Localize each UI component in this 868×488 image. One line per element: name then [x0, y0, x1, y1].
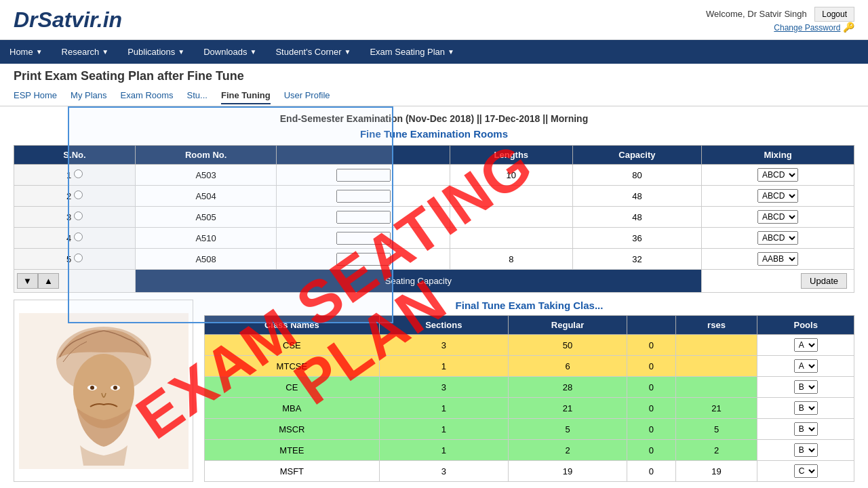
class-pool: B ABCD [757, 419, 854, 440]
mixing-select[interactable]: ABCD ABCD AABB ABAB [757, 189, 798, 203]
room-radio[interactable] [74, 253, 83, 262]
room-mixing: ABCD ABCD AABB ABAB [702, 186, 854, 207]
mixing-select[interactable]: ABCD ABCD AABB ABAB [757, 210, 798, 224]
fine-tune-title: Fine Tune Examination Rooms [14, 128, 854, 140]
logout-button[interactable]: Logout [814, 7, 854, 22]
room-col3-input[interactable] [336, 169, 391, 182]
class-pool: B ABCD [757, 440, 854, 461]
update-button[interactable]: Update [801, 273, 847, 289]
move-down-button[interactable]: ▼ [17, 273, 38, 289]
move-up-button[interactable]: ▲ [38, 273, 59, 289]
sub-nav-fine-tuning[interactable]: Fine Tuning [221, 87, 271, 104]
rooms-table-footer: ▼ ▲ Seating Capacity Update [14, 270, 854, 293]
class-pool: B ABCD [757, 377, 854, 398]
sub-nav-exam-rooms[interactable]: Exam Rooms [121, 87, 174, 104]
pool-select[interactable]: B ABCD [794, 380, 818, 394]
nav-item-exam-seating-plan[interactable]: Exam Seating Plan ▼ [360, 40, 463, 64]
sub-nav-stu[interactable]: Stu... [187, 87, 208, 104]
room-number: A510 [135, 228, 276, 249]
class-table-row: CSE 3 50 0 A ABCD [205, 335, 854, 356]
class-pool: A ABCD [757, 356, 854, 377]
nav-arrow-esp: ▼ [448, 48, 454, 56]
pool-select[interactable]: B ABCD [794, 422, 818, 436]
room-number: A508 [135, 249, 276, 270]
nav-item-students-corner[interactable]: Student's Corner ▼ [266, 40, 360, 64]
class-sections: 1 [379, 398, 508, 419]
class-col4: 0 [627, 377, 675, 398]
header-right: Welcome, Dr Satvir Singh Logout Change P… [706, 7, 854, 33]
class-col4: 0 [627, 419, 675, 440]
class-name: CSE [205, 335, 380, 356]
classes-section: Final Tune Exam Taking Clas... Class Nam… [204, 300, 854, 482]
seating-capacity-label: Seating Capacity [135, 270, 701, 293]
room-mixing: AABB ABCD AABB ABAB [702, 249, 854, 270]
room-capacity: 32 [572, 249, 701, 270]
class-col4: 0 [627, 335, 675, 356]
nav-item-research[interactable]: Research ▼ [52, 40, 119, 64]
class-name: MBA [205, 398, 380, 419]
rooms-table-row: 3 A505 48 ABCD ABCD AABB ABAB [14, 207, 854, 228]
class-col-col4 [627, 316, 675, 335]
room-col3[interactable] [277, 228, 450, 249]
room-radio[interactable] [74, 190, 83, 199]
class-col4: 0 [627, 461, 675, 482]
exam-info: End-Semester Examination (Nov-Dec 2018) … [14, 113, 854, 124]
class-rses: 2 [675, 440, 757, 461]
class-col-pools: Pools [757, 316, 854, 335]
change-password-link[interactable]: Change Password [774, 23, 840, 33]
room-col3[interactable] [277, 186, 450, 207]
nav-arrow-home: ▼ [36, 48, 43, 56]
mixing-select[interactable]: ABCD ABCD AABB ABAB [757, 168, 798, 182]
rooms-table-row: 2 A504 48 ABCD ABCD AABB ABAB [14, 186, 854, 207]
col-sno: S.No. [14, 146, 136, 165]
pool-select[interactable]: A ABCD [794, 338, 818, 352]
sub-nav-my-plans[interactable]: My Plans [71, 87, 106, 104]
nav-arrow-publications: ▼ [178, 48, 184, 56]
room-radio[interactable] [74, 169, 83, 178]
nav-item-downloads[interactable]: Downloads ▼ [194, 40, 266, 64]
room-col3[interactable] [277, 207, 450, 228]
nav-item-publications[interactable]: Publications ▼ [118, 40, 194, 64]
class-regular: 21 [508, 398, 627, 419]
col-room: Room No. [135, 146, 276, 165]
class-table-row: MTCSE 1 6 0 A ABCD [205, 356, 854, 377]
room-sno: 5 [14, 249, 136, 270]
room-number: A505 [135, 207, 276, 228]
room-lengths: 8 [450, 249, 572, 270]
class-regular: 50 [508, 335, 627, 356]
navigation-bar: Home ▼ Research ▼ Publications ▼ Downloa… [0, 40, 868, 64]
class-table-row: MSCR 1 5 0 5 B ABCD [205, 419, 854, 440]
room-col3-input[interactable] [336, 211, 391, 224]
room-lengths [450, 207, 572, 228]
class-sections: 1 [379, 419, 508, 440]
room-col3-input[interactable] [336, 190, 391, 203]
mixing-select[interactable]: AABB ABCD AABB ABAB [757, 252, 798, 266]
portrait-svg [19, 313, 189, 469]
sub-nav-user-profile[interactable]: User Profile [284, 87, 330, 104]
room-radio[interactable] [74, 232, 83, 241]
pool-select[interactable]: A ABCD [794, 359, 818, 373]
room-capacity: 36 [572, 228, 701, 249]
class-regular: 2 [508, 440, 627, 461]
nav-arrow-students-corner: ▼ [344, 48, 351, 56]
pool-select[interactable]: C ABCD [794, 464, 818, 478]
class-regular: 28 [508, 377, 627, 398]
rooms-table-row: 1 A503 10 80 ABCD ABCD AABB ABAB [14, 165, 854, 186]
rooms-table-row: 5 A508 8 32 AABB ABCD AABB ABAB [14, 249, 854, 270]
class-name: MTEE [205, 440, 380, 461]
room-lengths: 10 [450, 165, 572, 186]
pool-select[interactable]: B ABCD [794, 401, 818, 415]
room-col3[interactable] [277, 165, 450, 186]
portrait-image [14, 300, 193, 482]
nav-item-home[interactable]: Home ▼ [0, 40, 52, 64]
pool-select[interactable]: B ABCD [794, 443, 818, 457]
room-col3-input[interactable] [336, 253, 391, 266]
classes-tbody: CSE 3 50 0 A ABCD MTCSE 1 6 0 A ABCD CE … [205, 335, 854, 482]
room-col3[interactable] [277, 249, 450, 270]
room-radio[interactable] [74, 211, 83, 220]
sub-nav-esp-home[interactable]: ESP Home [14, 87, 57, 104]
room-capacity: 48 [572, 186, 701, 207]
room-col3-input[interactable] [336, 232, 391, 245]
room-lengths [450, 186, 572, 207]
mixing-select[interactable]: ABCD ABCD AABB ABAB [757, 231, 798, 245]
